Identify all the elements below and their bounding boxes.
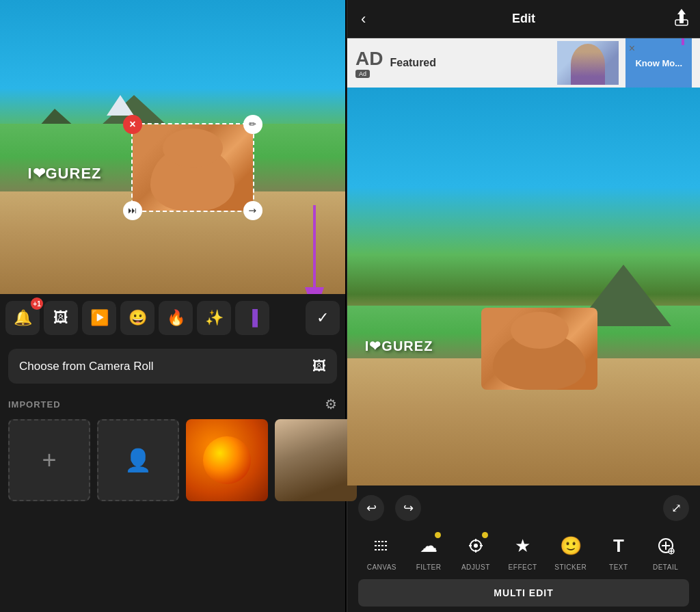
svg-point-11 <box>474 544 478 548</box>
ball-glow <box>203 436 251 484</box>
undo-button[interactable]: ↩ <box>358 495 384 521</box>
play-icon: ▶️ <box>90 309 109 327</box>
multi-edit-button[interactable]: MULTI EDIT <box>358 579 689 607</box>
flame-button[interactable]: 🔥 <box>159 301 193 335</box>
undo-icon: ↩ <box>366 501 377 516</box>
ad-person-silhouette <box>571 44 605 85</box>
share-button[interactable] <box>674 8 689 29</box>
image-tool-button[interactable]: 🖼 <box>44 301 78 335</box>
sparkle-icon: ✨ <box>205 309 224 327</box>
play-button[interactable]: ▶️ <box>82 301 116 335</box>
ad-label: AD <box>355 48 383 70</box>
text-tool[interactable]: T TEXT <box>604 531 634 571</box>
imported-section: IMPORTED ⚙ + 👤 <box>0 390 345 507</box>
imported-grid: + 👤 <box>8 419 337 501</box>
share-icon <box>674 8 689 26</box>
redo-button[interactable]: ↪ <box>395 495 421 521</box>
ad-left-content: AD Ad Featured <box>355 48 550 78</box>
right-header: ‹ Edit <box>347 0 700 38</box>
person-icon: 👤 <box>124 447 152 473</box>
undo-redo-left: ↩ ↪ <box>358 495 421 521</box>
canvas-label: CANVAS <box>367 563 396 571</box>
notifications-button[interactable]: 🔔 +1 <box>5 301 40 335</box>
bottom-toolbar: 🔔 +1 🖼 ▶️ 😀 🔥 ✨ ▐ ✓ <box>0 294 345 342</box>
tools-row: CANVAS ☁ FILTER <box>358 528 689 576</box>
ad-banner: AD Ad Featured × Know Mo... <box>347 38 700 88</box>
effect-tool[interactable]: ★ EFFECT <box>508 531 538 571</box>
sticker-pack-button[interactable]: ▐ <box>235 301 269 335</box>
adjust-label: ADJUST <box>461 563 490 571</box>
adjust-icon <box>461 531 491 561</box>
cat-sticker-selected[interactable]: × ✏ ⏭ ↗ <box>131 123 254 212</box>
back-button[interactable]: ‹ <box>358 8 368 31</box>
add-import-button[interactable]: + <box>8 419 90 501</box>
sticker-edit-handle[interactable]: ✏ <box>243 115 262 134</box>
camera-roll-label: Choose from Camera Roll <box>19 360 154 373</box>
camera-roll-row[interactable]: Choose from Camera Roll 🖼 <box>8 349 337 384</box>
svg-marker-3 <box>677 9 686 14</box>
sticker-play-handle[interactable]: ⏭ <box>123 201 142 220</box>
detail-tool[interactable]: DETAIL <box>651 531 681 571</box>
right-panel: ‹ Edit AD Ad Featured × Know Mo... <box>347 0 700 612</box>
notification-badge: +1 <box>31 297 43 310</box>
ad-badge: Ad <box>355 70 370 78</box>
camera-roll-icon: 🖼 <box>312 358 326 374</box>
expand-icon: ⤢ <box>671 501 682 516</box>
edit-text-overlay: I❤GUREZ <box>365 338 433 354</box>
sticker-pack-icon: ▐ <box>247 309 258 327</box>
edit-cat-sticker <box>481 308 597 390</box>
scene-text-overlay: I❤GUREZ <box>27 165 101 183</box>
text-label: TEXT <box>609 563 628 571</box>
bell-icon: 🔔 <box>14 309 32 327</box>
edit-cat-head <box>511 312 569 349</box>
ad-cta-button[interactable]: Know Mo... <box>625 38 692 88</box>
imported-label: IMPORTED <box>8 399 61 410</box>
left-panel: I❤GUREZ × ✏ ⏭ ↗ <box>0 0 345 612</box>
filter-tool[interactable]: ☁ FILTER <box>414 531 444 571</box>
expand-button[interactable]: ⤢ <box>663 495 689 521</box>
sticker-close-handle[interactable]: × <box>123 115 142 134</box>
emoji-icon: 😀 <box>129 309 147 327</box>
filter-label: FILTER <box>416 563 442 571</box>
ad-image <box>557 41 619 85</box>
sticker-tool[interactable]: 🙂 STICKER <box>554 531 587 571</box>
emoji-button[interactable]: 😀 <box>120 301 154 335</box>
checkmark-icon: ✓ <box>317 309 329 327</box>
text-icon: T <box>604 531 634 561</box>
image-icon: 🖼 <box>53 309 68 327</box>
filter-icon: ☁ <box>414 531 444 561</box>
imported-image-2[interactable] <box>275 419 357 501</box>
sparkle-button[interactable]: ✨ <box>197 301 231 335</box>
redo-icon: ↪ <box>403 501 414 516</box>
basket-image <box>275 419 357 501</box>
add-person-button[interactable]: 👤 <box>97 419 179 501</box>
detail-icon <box>651 531 681 561</box>
detail-label: DETAIL <box>653 563 678 571</box>
cat-image <box>133 124 253 211</box>
cat-head <box>163 129 223 168</box>
purple-arrow-up <box>673 38 693 45</box>
flame-icon: 🔥 <box>167 309 185 327</box>
purple-arrow-down <box>304 205 325 294</box>
undo-redo-row: ↩ ↪ ⤢ <box>358 491 689 528</box>
add-icon: + <box>42 446 56 475</box>
edit-image-area: I❤GUREZ <box>347 88 700 485</box>
effect-label: EFFECT <box>509 563 537 571</box>
sticker-icon: 🙂 <box>556 531 586 561</box>
imported-image-1[interactable] <box>186 419 268 501</box>
canvas-tool[interactable]: CANVAS <box>366 531 396 571</box>
confirm-button[interactable]: ✓ <box>306 301 340 335</box>
header-title: Edit <box>512 12 535 26</box>
edit-controls: ↩ ↪ ⤢ CANVAS <box>347 485 700 612</box>
edit-landscape-bg: I❤GUREZ <box>347 88 700 485</box>
effect-icon: ★ <box>508 531 538 561</box>
canvas-icon <box>366 531 396 561</box>
adjust-tool[interactable]: ADJUST <box>461 531 491 571</box>
imported-header: IMPORTED ⚙ <box>8 396 337 412</box>
ad-close-button[interactable]: × <box>629 42 635 55</box>
sticker-label: STICKER <box>554 563 587 571</box>
left-image-area: I❤GUREZ × ✏ ⏭ ↗ <box>0 0 345 294</box>
ad-icon-area: AD Ad <box>355 48 383 78</box>
ad-featured-text: Featured <box>390 57 436 69</box>
imported-settings-icon[interactable]: ⚙ <box>325 396 337 412</box>
